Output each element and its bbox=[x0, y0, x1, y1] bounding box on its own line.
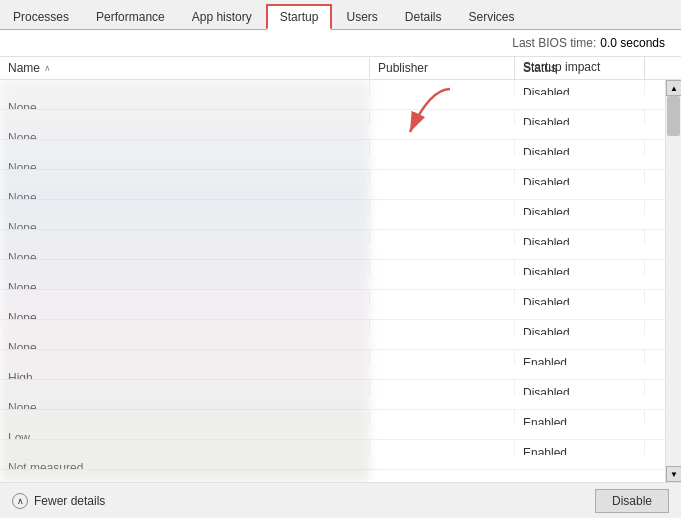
cell-name bbox=[0, 230, 370, 245]
cell-name bbox=[0, 200, 370, 215]
scrollbar-up[interactable]: ▲ bbox=[666, 80, 681, 96]
cell-startup-impact: None bbox=[0, 95, 370, 110]
cell-publisher bbox=[370, 260, 515, 275]
fewer-details-button[interactable]: ∧ Fewer details bbox=[12, 493, 105, 509]
cell-publisher bbox=[370, 110, 515, 125]
cell-name bbox=[0, 140, 370, 155]
chevron-up-icon: ∧ bbox=[12, 493, 28, 509]
cell-startup-impact: None bbox=[0, 185, 370, 200]
table-row[interactable]: DisabledNone bbox=[0, 290, 665, 320]
cell-status: Enabled bbox=[515, 410, 645, 425]
content-area: Last BIOS time: 0.0 seconds Name ∧ Pub bbox=[0, 30, 681, 518]
bios-time-value: 0.0 seconds bbox=[600, 36, 665, 50]
cell-startup-impact: None bbox=[0, 305, 370, 320]
cell-publisher bbox=[370, 140, 515, 155]
tab-users[interactable]: Users bbox=[333, 3, 390, 29]
tab-bar: Processes Performance App history Startu… bbox=[0, 0, 681, 30]
cell-publisher bbox=[370, 200, 515, 215]
cell-startup-impact: None bbox=[0, 335, 370, 350]
cell-status: Disabled bbox=[515, 230, 645, 245]
cell-status: Enabled bbox=[515, 440, 645, 455]
cell-name bbox=[0, 110, 370, 125]
cell-status: Disabled bbox=[515, 290, 645, 305]
table-row[interactable]: DisabledNone bbox=[0, 170, 665, 200]
col-name[interactable]: Name ∧ bbox=[0, 57, 370, 79]
cell-publisher bbox=[370, 410, 515, 425]
cell-status: Disabled bbox=[515, 380, 645, 395]
info-bar: Last BIOS time: 0.0 seconds bbox=[0, 30, 681, 57]
table-row[interactable]: EnabledLow bbox=[0, 410, 665, 440]
col-startup-impact-filler bbox=[645, 57, 661, 79]
cell-name bbox=[0, 290, 370, 305]
table-row[interactable]: DisabledNone bbox=[0, 380, 665, 410]
cell-publisher bbox=[370, 440, 515, 455]
cell-name bbox=[0, 260, 370, 275]
cell-name bbox=[0, 380, 370, 395]
table-row[interactable]: DisabledNone bbox=[0, 230, 665, 260]
scrollbar-down[interactable]: ▼ bbox=[666, 466, 681, 482]
tab-details[interactable]: Details bbox=[392, 3, 455, 29]
cell-startup-impact: High bbox=[0, 365, 370, 380]
cell-startup-impact: None bbox=[0, 395, 370, 410]
cell-status: Enabled bbox=[515, 350, 645, 365]
cell-publisher bbox=[370, 230, 515, 245]
cell-publisher bbox=[370, 170, 515, 185]
cell-name bbox=[0, 320, 370, 335]
table-row[interactable]: DisabledNone bbox=[0, 200, 665, 230]
table-row[interactable]: DisabledNone bbox=[0, 320, 665, 350]
cell-startup-impact: None bbox=[0, 215, 370, 230]
cell-startup-impact: None bbox=[0, 245, 370, 260]
cell-name bbox=[0, 440, 370, 455]
cell-status: Disabled bbox=[515, 140, 645, 155]
sort-icon: ∧ bbox=[44, 63, 51, 73]
bottom-bar: ∧ Fewer details Disable bbox=[0, 482, 681, 518]
disable-button[interactable]: Disable bbox=[595, 489, 669, 513]
cell-publisher bbox=[370, 80, 515, 95]
cell-publisher bbox=[370, 320, 515, 335]
cell-name bbox=[0, 350, 370, 365]
cell-status: Disabled bbox=[515, 320, 645, 335]
fewer-details-label: Fewer details bbox=[34, 494, 105, 508]
table-row[interactable]: DisabledNone bbox=[0, 80, 665, 110]
cell-status: Disabled bbox=[515, 260, 645, 275]
cell-startup-impact: None bbox=[0, 155, 370, 170]
scrollbar-thumb[interactable] bbox=[667, 96, 680, 136]
cell-status: Disabled bbox=[515, 200, 645, 215]
table-row[interactable]: EnabledNot measured bbox=[0, 440, 665, 470]
table-row[interactable]: DisabledNone bbox=[0, 140, 665, 170]
cell-startup-impact: Low bbox=[0, 425, 370, 440]
table-body[interactable]: DisabledNoneDisabledNoneDisabledNoneDisa… bbox=[0, 80, 665, 482]
tab-startup[interactable]: Startup bbox=[266, 4, 333, 30]
cell-publisher bbox=[370, 380, 515, 395]
cell-status: Disabled bbox=[515, 80, 645, 95]
cell-publisher bbox=[370, 350, 515, 365]
tab-app-history[interactable]: App history bbox=[179, 3, 265, 29]
cell-status: Disabled bbox=[515, 110, 645, 125]
cell-status: Disabled bbox=[515, 170, 645, 185]
tab-processes[interactable]: Processes bbox=[0, 3, 82, 29]
col-publisher[interactable]: Publisher bbox=[370, 57, 515, 79]
startup-table: Name ∧ Publisher Status Startup impact D… bbox=[0, 57, 681, 482]
cell-startup-impact: None bbox=[0, 125, 370, 140]
tab-services[interactable]: Services bbox=[456, 3, 528, 29]
tab-performance[interactable]: Performance bbox=[83, 3, 178, 29]
table-row[interactable]: DisabledNone bbox=[0, 110, 665, 140]
cell-name bbox=[0, 170, 370, 185]
cell-name bbox=[0, 410, 370, 425]
scrollbar[interactable]: ▲ ▼ bbox=[665, 80, 681, 482]
cell-startup-impact: Not measured bbox=[0, 455, 370, 470]
col-startup-impact[interactable]: Startup impact bbox=[515, 57, 645, 80]
cell-startup-impact: None bbox=[0, 275, 370, 290]
bios-time-label: Last BIOS time: bbox=[512, 36, 596, 50]
table-body-wrapper: DisabledNoneDisabledNoneDisabledNoneDisa… bbox=[0, 80, 681, 482]
table-row[interactable]: DisabledNone bbox=[0, 260, 665, 290]
table-row[interactable]: EnabledHigh bbox=[0, 350, 665, 380]
cell-name bbox=[0, 80, 370, 95]
cell-publisher bbox=[370, 290, 515, 305]
